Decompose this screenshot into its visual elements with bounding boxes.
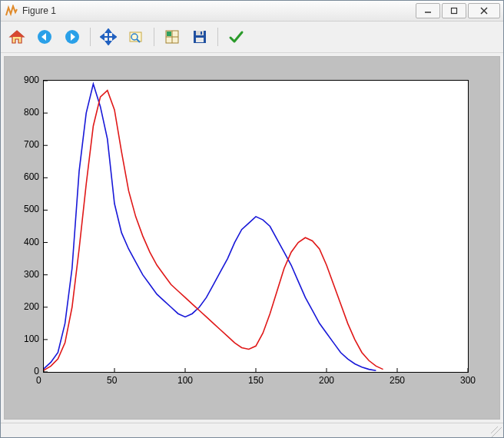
titlebar[interactable]: Figure 1 bbox=[1, 1, 503, 22]
window-controls bbox=[416, 3, 500, 18]
svg-rect-26 bbox=[196, 38, 204, 42]
plot-lines bbox=[44, 81, 468, 372]
check-icon bbox=[227, 28, 244, 45]
ytick-label: 700 bbox=[24, 139, 39, 150]
xtick-label: 300 bbox=[460, 375, 476, 386]
ytick-label: 400 bbox=[24, 237, 39, 247]
svg-marker-12 bbox=[106, 29, 111, 32]
xtick-label: 250 bbox=[390, 375, 405, 386]
svg-marker-13 bbox=[106, 41, 111, 45]
toolbar-subplots-button[interactable] bbox=[161, 25, 184, 48]
statusbar bbox=[1, 423, 503, 437]
ytick-label: 800 bbox=[24, 107, 39, 118]
toolbar-forward-button[interactable] bbox=[61, 25, 84, 48]
svg-rect-24 bbox=[196, 31, 204, 35]
arrow-left-icon bbox=[36, 28, 53, 45]
svg-marker-14 bbox=[101, 35, 104, 39]
zoom-rect-icon bbox=[128, 28, 144, 45]
xtick-label: 100 bbox=[177, 375, 193, 386]
toolbar bbox=[1, 22, 503, 53]
series-red bbox=[44, 91, 383, 370]
arrow-right-icon bbox=[64, 28, 81, 45]
ytick-label: 200 bbox=[24, 301, 39, 312]
svg-marker-5 bbox=[10, 31, 24, 37]
toolbar-back-button[interactable] bbox=[33, 25, 56, 48]
toolbar-separator bbox=[90, 28, 91, 46]
svg-rect-22 bbox=[167, 32, 171, 36]
resize-grip-icon[interactable] bbox=[491, 426, 502, 437]
svg-rect-1 bbox=[452, 8, 457, 14]
window-title: Figure 1 bbox=[22, 5, 416, 16]
ytick-label: 500 bbox=[24, 204, 39, 214]
ytick-label: 600 bbox=[24, 171, 39, 182]
toolbar-separator bbox=[217, 28, 218, 46]
app-icon bbox=[5, 5, 18, 17]
svg-rect-25 bbox=[201, 32, 202, 35]
close-button[interactable] bbox=[468, 3, 500, 18]
move-icon bbox=[100, 28, 117, 45]
toolbar-separator bbox=[154, 28, 154, 46]
toolbar-zoom-button[interactable] bbox=[124, 25, 148, 48]
subplots-icon bbox=[164, 28, 181, 45]
figure-canvas[interactable]: 0100200300400500600700800900050100150200… bbox=[4, 56, 500, 420]
svg-marker-15 bbox=[113, 35, 116, 39]
ytick-label: 100 bbox=[24, 333, 39, 344]
floppy-icon bbox=[191, 28, 208, 45]
xtick-label: 50 bbox=[107, 375, 117, 386]
axes bbox=[43, 80, 469, 373]
minimize-button[interactable] bbox=[416, 3, 440, 18]
ytick-label: 300 bbox=[24, 269, 39, 280]
toolbar-check-button[interactable] bbox=[224, 25, 247, 48]
xtick-label: 150 bbox=[248, 375, 264, 386]
ytick-label: 900 bbox=[24, 75, 39, 85]
home-icon bbox=[8, 28, 25, 45]
maximize-button[interactable] bbox=[442, 3, 466, 18]
toolbar-pan-button[interactable] bbox=[97, 25, 120, 48]
xtick-label: 200 bbox=[319, 375, 334, 386]
xtick-label: 0 bbox=[36, 375, 41, 386]
toolbar-save-button[interactable] bbox=[188, 25, 211, 48]
toolbar-home-button[interactable] bbox=[5, 25, 28, 48]
figure-window: Figure 1 bbox=[0, 0, 504, 438]
